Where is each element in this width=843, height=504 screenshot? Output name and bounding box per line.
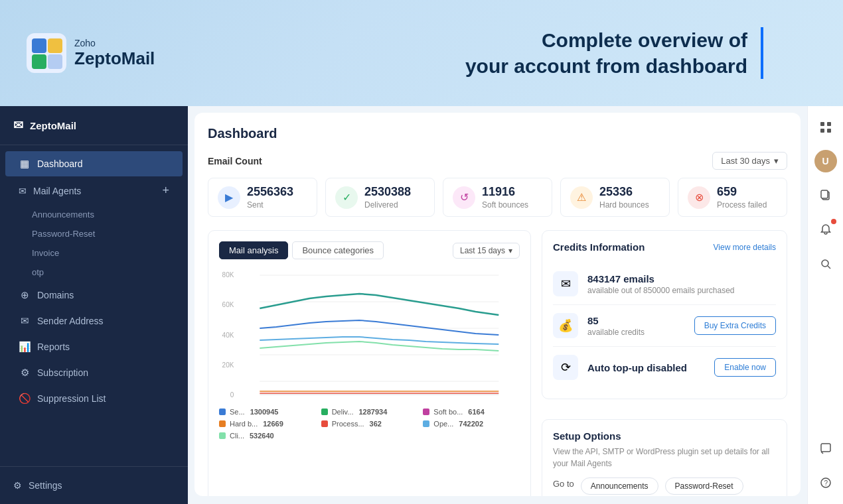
failed-value: 659 — [717, 185, 767, 199]
metric-delivered: ✓ 2530388 Delivered — [325, 178, 435, 217]
email-count-header: Email Count Last 30 days ▾ — [208, 152, 787, 170]
emails-main: 843147 emails — [587, 273, 776, 284]
chevron-down-icon: ▾ — [508, 246, 512, 255]
metric-hard-data: 25336 Hard bounces — [599, 185, 649, 210]
copy-icon[interactable] — [814, 183, 838, 207]
metric-soft-data: 11916 Soft bounces — [482, 185, 528, 210]
credits-emails-row: ✉ 843147 emails available out of 850000 … — [553, 263, 776, 305]
setup-panel: Setup Options View the API, SMTP or Word… — [542, 419, 787, 496]
svg-rect-11 — [820, 122, 824, 126]
sidebar-label-reports: Reports — [37, 342, 70, 352]
grid-icon[interactable] — [814, 115, 838, 139]
avatar[interactable]: U — [814, 150, 837, 172]
credits-available-row: 💰 85 available credits Buy Extra Credits — [553, 305, 776, 347]
metric-sent: ▶ 2556363 Sent — [208, 178, 317, 217]
sidebar-label-dashboard: Dashboard — [37, 158, 83, 169]
sidebar-label-sender: Sender Address — [37, 316, 104, 326]
tab-bounce-categories[interactable]: Bounce categories — [292, 241, 384, 259]
soft-bounce-icon: ↺ — [453, 186, 475, 209]
metric-failed-data: 659 Process failed — [717, 185, 767, 210]
legend-process: Process... 362 — [321, 420, 418, 428]
notification-dot — [831, 219, 836, 224]
chat-icon[interactable] — [814, 436, 838, 460]
svg-text:?: ? — [824, 479, 828, 487]
legend-open: Ope... 742202 — [423, 420, 520, 428]
svg-rect-12 — [827, 122, 831, 126]
svg-rect-19 — [821, 444, 830, 452]
sent-icon: ▶ — [218, 186, 240, 209]
setup-tag-password-reset[interactable]: Password-Reset — [665, 477, 743, 495]
chevron-down-icon: ▾ — [774, 156, 779, 166]
legend-dot-process — [321, 420, 328, 427]
hard-value: 25336 — [599, 185, 649, 199]
help-icon[interactable]: ? — [814, 471, 838, 495]
legend-delivered: Deliv... 1287934 — [321, 408, 418, 416]
sidebar-item-announcements[interactable]: Announcements — [0, 205, 188, 224]
svg-rect-1 — [32, 38, 46, 53]
sidebar-item-reports[interactable]: 📊 Reports — [5, 334, 183, 359]
buy-credits-button[interactable]: Buy Extra Credits — [694, 316, 776, 335]
hard-label: Hard bounces — [599, 200, 649, 210]
view-more-link[interactable]: View more details — [714, 243, 777, 252]
chart-date-select[interactable]: Last 15 days ▾ — [453, 243, 520, 259]
legend-dot-click — [219, 432, 226, 439]
chart-svg — [239, 269, 520, 401]
auto-topup-icon: ⟳ — [553, 355, 578, 380]
logo-area: Zoho ZeptoMail — [27, 33, 155, 73]
sidebar-settings-button[interactable]: ⚙ Settings — [13, 475, 175, 496]
sender-icon: ✉ — [19, 315, 31, 327]
svg-rect-14 — [827, 129, 831, 133]
sidebar-label-mail-agents: Mail Agents — [33, 186, 81, 196]
tab-mail-analysis[interactable]: Mail analysis — [219, 241, 288, 259]
sidebar-item-mail-agents[interactable]: ✉ Mail Agents + — [5, 177, 183, 204]
sidebar-item-password-reset[interactable]: Password-Reset — [0, 224, 188, 243]
sidebar-item-domains[interactable]: ⊕ Domains — [5, 283, 183, 308]
search-icon[interactable] — [814, 252, 838, 276]
sidebar-label-suppression: Suppression List — [37, 393, 106, 404]
sidebar-item-dashboard[interactable]: ▦ Dashboard — [5, 151, 183, 176]
logo-zeptomail: ZeptoMail — [74, 48, 155, 69]
subscription-icon: ⚙ — [19, 367, 31, 379]
mail-icon: ✉ — [13, 118, 23, 133]
sidebar-label-invoice: Invoice — [32, 248, 59, 258]
metric-hard-bounces: ⚠ 25336 Hard bounces — [560, 178, 670, 217]
add-mail-agent-button[interactable]: + — [162, 184, 169, 198]
logo-zoho: Zoho — [74, 38, 155, 48]
setup-title: Setup Options — [553, 430, 776, 442]
right-sidebar: U — [807, 106, 843, 504]
sidebar-label-subscription: Subscription — [37, 367, 88, 378]
credits-emails-text: 843147 emails available out of 850000 em… — [587, 273, 776, 295]
credits-coin-icon: 💰 — [553, 313, 578, 338]
metric-sent-data: 2556363 Sent — [247, 185, 293, 210]
sidebar-item-sender-address[interactable]: ✉ Sender Address — [5, 308, 183, 334]
auto-topup-text: Auto top-up disabled — [587, 362, 705, 373]
metric-delivered-data: 2530388 Delivered — [364, 185, 411, 210]
credits-header: Credits Information View more details — [553, 241, 776, 253]
emails-sub: available out of 850000 emails purchased — [587, 286, 776, 295]
sidebar-label-domains: Domains — [37, 290, 74, 300]
sidebar-item-otp[interactable]: otp — [0, 263, 188, 282]
svg-rect-13 — [820, 129, 824, 133]
chart-date-label: Last 15 days — [460, 246, 505, 255]
date-range-dropdown[interactable]: Last 30 days ▾ — [712, 152, 787, 170]
auto-topup-row: ⟳ Auto top-up disabled Enable now — [553, 347, 776, 388]
metric-soft-bounces: ↺ 11916 Soft bounces — [443, 178, 552, 217]
email-count-label: Email Count — [208, 156, 262, 166]
main-content: Dashboard Email Count Last 30 days ▾ ▶ 2… — [188, 106, 807, 504]
sidebar-item-suppression[interactable]: 🚫 Suppression List — [5, 386, 183, 411]
svg-rect-16 — [821, 190, 828, 198]
setup-tags-row: Go to Announcements Password-Reset Invoi… — [553, 477, 776, 496]
right-panels: Credits Information View more details ✉ … — [542, 230, 787, 496]
hard-bounce-icon: ⚠ — [570, 186, 593, 209]
sidebar-item-invoice[interactable]: Invoice — [0, 243, 188, 263]
setup-tag-announcements[interactable]: Announcements — [581, 477, 658, 495]
soft-label: Soft bounces — [482, 200, 528, 210]
enable-now-button[interactable]: Enable now — [714, 358, 776, 377]
emails-icon: ✉ — [553, 271, 578, 296]
main-layout: ✉ ZeptoMail ▦ Dashboard ✉ Mail Agents + … — [0, 106, 843, 504]
sidebar-item-subscription[interactable]: ⚙ Subscription — [5, 360, 183, 385]
sidebar-label-announcements: Announcements — [32, 210, 94, 220]
notification-icon[interactable] — [814, 218, 838, 241]
metric-process-failed: ⊗ 659 Process failed — [678, 178, 787, 217]
legend-dot-hard — [219, 420, 226, 427]
